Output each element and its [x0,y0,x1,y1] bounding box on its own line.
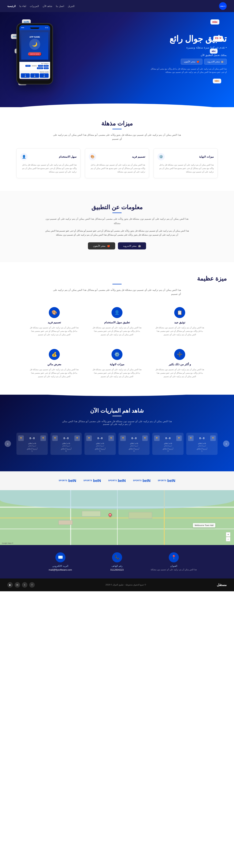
bein-sponsor-text-4: beIN [68,478,76,483]
match-card-2[interactable]: 🏆 0 - 0 🏆 قادم إنطلق أريزونا إنطلق أريزو… [119,433,150,455]
match-date-2: أريزونا إنطلق [120,445,148,446]
sponsor-4: beIN SPORTS [59,478,76,483]
map-water [0,490,234,509]
cat-food[interactable]: FOOD [38,65,43,67]
social-twitter-btn[interactable]: t [22,582,27,588]
match-score-5: 0 - 0 [29,437,35,440]
sports-sponsor-text-4: SPORTS [59,480,67,482]
features-grid: ميزات لانهاية ⚙️ هذا النص يمكن أن يتم تر… [16,148,218,178]
cat-movies[interactable]: MOVIES [37,67,43,69]
match-card-0[interactable]: 🏆 0 - 0 🏆 قادم إنطلق أريزونا إنطلق أريزو… [186,433,218,455]
cat-news[interactable]: NEWS [43,65,48,67]
match-info-1: قادم إنطلق [154,442,182,444]
features-desc: هذا النص يمكن أن يتم تركيبه على أي تصميم… [53,133,181,141]
hero-content: تطبيق جوال رائع تقدم شركتنا ميزة مذهلة و… [7,23,227,85]
phone-match-2: 1 ⚽ [30,73,39,78]
match-team2-4: 🏆 [52,435,58,441]
matches-next-btn[interactable]: › [5,441,11,447]
match-card-5[interactable]: 🏆 0 - 0 🏆 قادم إنطلق أريزونا إنطلق أريزو… [16,433,48,455]
phone-app-name-text: APP NAME [23,36,46,38]
social-instagram-btn[interactable]: in [14,582,20,588]
hero-subtitle: تقدم شركتنا ميزة مذهلة ومميزة [150,46,227,49]
footer: مستقل © جميع الحقوق محفوظة - تطبيق الجوا… [0,579,234,591]
match-teams-0: 🏆 0 - 0 🏆 [188,435,216,441]
contact-email: ✉️ البريد الالكتروني mail@flysoftware.co… [35,552,86,571]
amazing-underline [112,284,122,284]
map-zoom-out-btn[interactable]: − [226,537,230,541]
hero-title: تطبيق جوال رائع [150,34,227,44]
bein-sponsor-text-1: beIN [143,478,151,483]
match-teams-3: 🏆 0 - 0 🏆 [86,435,114,441]
apple-icon-2: 🍎 [107,245,110,247]
logo[interactable]: SONIC TV [219,2,227,10]
match-card-3[interactable]: 🏆 0 - 0 🏆 قادم إنطلق أريزونا إنطلق أريزو… [85,433,116,455]
android-store-btn[interactable]: 🤖 متجر الاندرويد [204,59,227,65]
nav-contact[interactable]: اتصل بنا [56,5,64,7]
social-youtube-btn[interactable]: ▶ [7,582,13,588]
phone-watch-now-btn[interactable]: WATCH NOW [28,52,41,56]
cat-news2[interactable]: NEWS [25,65,31,67]
matches-prev-btn[interactable]: ‹ [223,441,229,447]
match-card-4[interactable]: 🏆 0 - 0 🏆 قادم إنطلق أريزونا إنطلق أريزو… [51,433,82,455]
contact-address: 📍 العنوان هذا النص يمكن أن يتم تركيبه عل… [148,552,199,571]
social-facebook-btn[interactable]: f [29,582,35,588]
nav-download[interactable]: التنزيل [68,5,75,7]
address-icon: 📍 [169,552,179,562]
feature-card-desc-2: هذا النص يمكن أن يتم تركيبه على أي تصميم… [20,163,77,174]
feature-card-title-0: ميزات لانهاية [199,155,214,158]
nav-home[interactable]: الرئيسية [7,5,16,7]
navbar: SONIC TV التنزيل اتصل بنا شاهد الآن المز… [0,0,234,12]
sponsor-0: beIN SPORTS [158,478,175,483]
phone-app-banner: APP NAME 🌙 WATCH NOW [20,30,50,62]
app-ios-btn[interactable]: 🍎 متجر الآيفون [88,242,115,249]
amazing-grid: 📋 توثيق جيد هذا النص يمكن أن يتم تركيبه … [26,303,208,382]
bein-sponsor-text-3: beIN [93,478,101,483]
contact-section: 📍 العنوان هذا النص يمكن أن يتم تركيبه عل… [0,545,234,579]
app-android-label: متجر الاندرويد [123,245,137,247]
amazing-card-title-4: ميزات لانهاية [92,363,142,366]
match-date-1: أريزونا إنطلق [154,445,182,446]
feature-card-desc-0: هذا النص يمكن أن يتم تركيبه على أي تصميم… [157,163,214,174]
feature-card-0: ميزات لانهاية ⚙️ هذا النص يمكن أن يتم تر… [154,148,218,178]
matches-container: ‹ 🏆 0 - 0 🏆 قادم إنطلق أريزونا إنطلق أري… [7,433,227,455]
hero-desc: هذا النص يمكن أن يتم تركيبه على أي تصميم… [150,67,227,74]
map-block-1 [82,511,101,517]
match-info-0: قادم إنطلق [188,442,216,444]
sponsors-row: beIN SPORTS beIN SPORTS beIN SPORTS beIN… [7,478,227,483]
footer-logo: مستقل [217,583,227,587]
feature-icon-row-0: ميزات لانهاية ⚙️ [157,153,214,160]
email-icon: ✉️ [56,552,65,562]
map-attribution: © Google Maps [2,542,13,544]
map-marker [108,513,112,517]
hero-store-buttons: 🤖 متجر الاندرويد 🍎 متجر الآيفون [150,59,227,65]
nav-about[interactable]: لقاء بنا [20,5,26,7]
match-num-1: أريزونا إنطلق3 [154,447,182,452]
watch-section: شاهد اهم المباريات الآن هذا النص يمكن أن… [0,395,234,471]
match-card-1[interactable]: 🏆 0 - 0 🏆 قادم إنطلق أريزونا إنطلق أريزو… [152,433,183,455]
feature-card-title-1: تصميم فريد [132,155,145,158]
feature-card-1: تصميم فريد 🎨 هذا النص يمكن أن يتم تركيبه… [85,148,149,178]
app-android-btn[interactable]: 🤖 متجر الاندرويد [118,242,146,249]
android-icon: 🤖 [221,60,224,63]
amazing-icon-2: 🎨 [49,307,60,318]
footer-copy: © جميع الحقوق محفوظة - تطبيق الجوال © 20… [105,584,146,586]
feature-card-2: سهل الاستخدام 👤 هذا النص يمكن أن يتم ترك… [16,148,80,178]
cat-sports[interactable]: SPORTS [31,65,37,67]
nav-watch[interactable]: شاهد الآن [43,5,53,7]
ios-store-btn[interactable]: 🍎 متجر الآيفون [181,59,202,65]
app-ios-label: متجر الآيفون [93,245,106,247]
amazing-title: ميزة عظيمة [7,275,227,282]
app-info-desc1: هذا النص يمكن أن يتم تركيبه على أي تصميم… [44,217,190,225]
map-marker-inner [109,514,111,516]
sports-sponsor-text-2: SPORTS [108,480,117,482]
cat-docs[interactable]: DOCS [44,67,48,69]
sponsor-2: beIN SPORTS [108,478,126,483]
map-zoom-in-btn[interactable]: + [226,532,230,536]
phone-matches-title: Matches results [21,71,48,72]
map-bg: Melbourne Town Hall + − © Google Maps [0,490,234,545]
phone-icon: 📞 [112,552,122,562]
android-btn-label: متجر الاندرويد [207,60,220,63]
nav-features[interactable]: المزيزات [30,5,39,7]
sports-sponsor-text-0: SPORTS [158,480,166,482]
features-title: ميزات مذهلة [7,120,227,127]
